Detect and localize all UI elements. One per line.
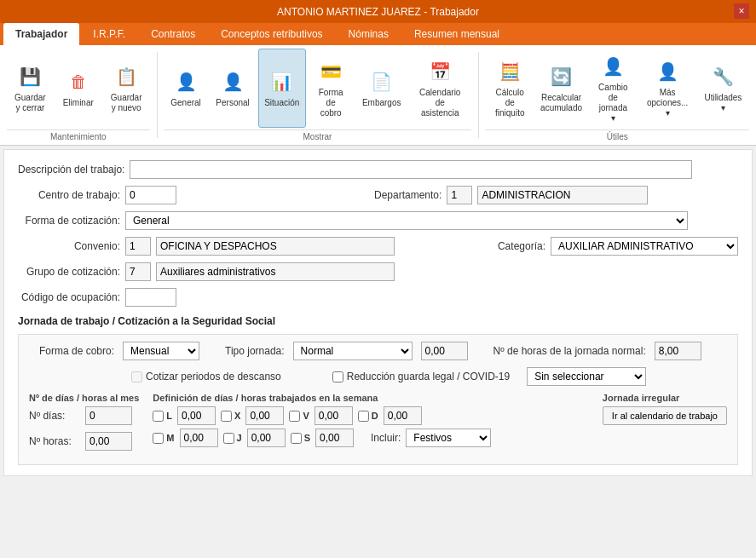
toolbar-group-mantenimiento: 💾 Guardary cerrar 🗑 Eliminar 📋 Guardary … [7,49,150,141]
ocupacion-input[interactable] [125,288,176,307]
cotizar-periodos-label: Cotizar periodos de descanso [131,371,281,383]
reduccion-guarda-label: Reducción guarda legal / COVID-19 [332,371,510,383]
day-D-checkbox[interactable] [358,411,369,422]
forma-cobro-label: Forma de cobro: [29,345,114,357]
day-M-label: M [166,433,174,443]
day-M-item: M [153,433,174,444]
reduccion-guarda-checkbox[interactable] [332,371,343,383]
personal-button[interactable]: 👤 Personal [210,49,257,128]
convenio-num-input[interactable] [125,237,151,256]
calculo-finiquito-button[interactable]: 🧮 Cálculo definiquito [485,49,534,128]
day-M-checkbox[interactable] [153,433,164,444]
mas-icon: 👤 [654,58,681,85]
n-horas-input[interactable] [85,432,132,451]
embargos-label: Embargos [362,98,401,108]
day-J-checkbox[interactable] [223,433,234,444]
day-X-input[interactable] [245,406,284,425]
day-S-item: S [291,433,310,444]
tab-nominas[interactable]: Nóminas [337,23,401,45]
jornada-icon: 👤 [599,53,626,80]
categoria-label: Categoría: [498,240,545,252]
forma-cotizacion-select[interactable]: General [125,211,688,230]
window-title: ANTONIO MARTINEZ JUAREZ - Trabajador [277,6,479,18]
sin-seleccionar-select[interactable]: Sin seleccionar [527,367,646,386]
eliminar-button[interactable]: 🗑 Eliminar [55,49,101,128]
utilidades-label: Utilidades ▾ [704,93,742,113]
eliminar-label: Eliminar [63,98,94,108]
general-label: General [170,98,201,108]
day-X-checkbox[interactable] [221,411,232,422]
descripcion-label: Descripción del trabajo: [18,164,124,175]
grupo-num-input[interactable] [125,262,151,281]
utiles-label: Útiles [485,129,749,141]
save-new-icon: 📋 [113,63,140,90]
day-S-label: S [304,433,310,443]
embargos-icon: 📄 [368,68,395,95]
situacion-button[interactable]: 📊 Situación [258,49,306,128]
categoria-select[interactable]: AUXILIAR ADMINISTRATIVO [551,237,738,256]
ocupacion-row: Código de ocupación: [18,288,738,307]
n-horas-row: Nº horas: [29,432,139,451]
utilidades-button[interactable]: 🔧 Utilidades ▾ [697,49,749,128]
n-horas-jornada-input[interactable] [655,342,701,360]
centro-row: Centro de trabajo: Departamento: [18,186,738,204]
day-S-checkbox[interactable] [291,433,302,444]
personal-label: Personal [216,98,249,108]
day-V-checkbox[interactable] [289,411,300,422]
cotizar-periodos-checkbox[interactable] [131,371,142,383]
grupo-name-input[interactable] [156,262,395,281]
tipo-jornada-hours-input[interactable] [421,342,468,360]
tab-irpf[interactable]: I.R.P.F. [81,23,137,45]
close-button[interactable]: × [734,3,749,19]
cotizar-row: Cotizar periodos de descanso Reducción g… [29,367,727,386]
tipo-jornada-label: Tipo jornada: [225,345,285,357]
n-horas-label: Nº horas: [29,435,80,447]
day-S-input[interactable] [315,429,354,447]
general-button[interactable]: 👤 General [164,49,207,128]
cambio-jornada-button[interactable]: 👤 Cambio dejornada ▾ [588,49,638,128]
calendario-button[interactable]: 📅 Calendariode asistencia [409,49,471,128]
day-V-input[interactable] [315,406,353,425]
centro-input[interactable] [125,186,176,204]
day-J-item: J [223,433,242,444]
separator-2 [478,52,479,138]
calculo-finiquito-label: Cálculo definiquito [493,88,527,118]
tab-contratos[interactable]: Contratos [139,23,207,45]
definicion-semana-section: Definición de días / horas trabajados en… [153,393,589,457]
mostrar-label: Mostrar [164,129,470,141]
tipo-jornada-select[interactable]: Normal Parcial Reducida [293,342,413,360]
tab-trabajador[interactable]: Trabajador [3,23,79,45]
calendario-icon: 📅 [426,58,453,85]
convenio-name-input[interactable] [156,237,395,256]
tab-resumen[interactable]: Resumen mensual [402,23,511,45]
day-L-input[interactable] [177,406,216,425]
descripcion-input[interactable] [130,160,692,179]
n-dias-input[interactable] [85,406,132,425]
tab-conceptos[interactable]: Conceptos retributivos [209,23,334,45]
separator-1 [157,52,158,138]
day-M-input[interactable] [180,429,218,447]
day-D-item: D [358,411,378,422]
recalcular-button[interactable]: 🔄 Recalcularacumulado [536,49,586,128]
departamento-num-input[interactable] [447,186,472,204]
day-J-input[interactable] [247,429,286,447]
forma-cobro-button[interactable]: 💳 Formade cobro [308,49,354,128]
mostrar-buttons: 👤 General 👤 Personal 📊 Situación 💳 Forma… [164,49,470,128]
guardar-cerrar-button[interactable]: 💾 Guardary cerrar [7,49,54,128]
forma-cotizacion-label: Forma de cotización: [18,215,120,227]
n-horas-jornada-label: Nº de horas de la jornada normal: [493,345,646,357]
forma-cobro-select[interactable]: Mensual Quincenal Semanal [123,342,199,360]
general-icon: 👤 [172,68,199,95]
calendar-btn[interactable]: Ir al calendario de trabajo [603,406,727,425]
convenio-label: Convenio: [18,240,120,252]
guardar-nuevo-button[interactable]: 📋 Guardary nuevo [103,49,150,128]
mas-opciones-button[interactable]: 👤 Másopciones... ▾ [640,49,695,128]
day-X-label: X [234,411,240,421]
departamento-name-input[interactable] [477,186,648,204]
day-D-label: D [372,411,378,421]
embargos-button[interactable]: 📄 Embargos [355,49,407,128]
day-D-input[interactable] [384,406,422,425]
festivos-select[interactable]: Festivos Laborables Todos [406,429,491,447]
day-L-checkbox[interactable] [153,411,164,422]
n-dias-label: Nº días: [29,410,80,422]
